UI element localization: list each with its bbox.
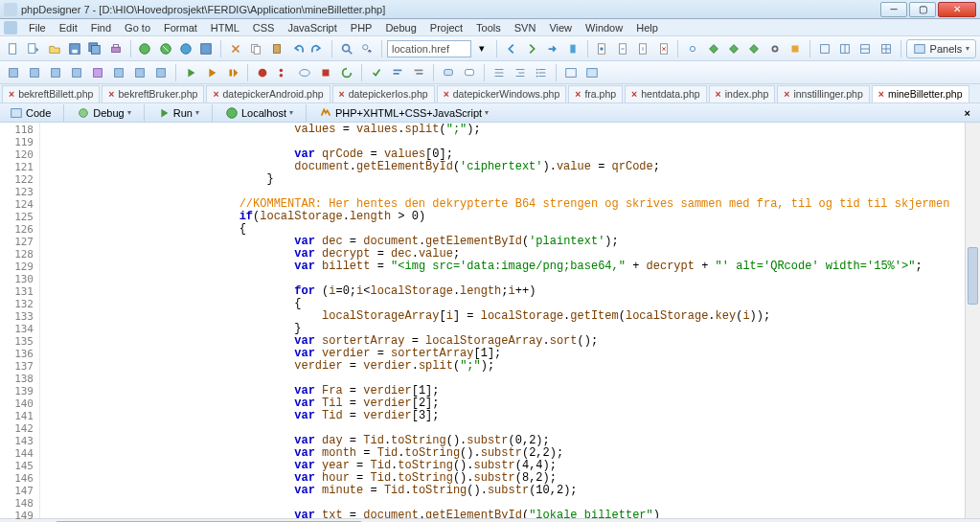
bookmark-next-button[interactable]: [634, 39, 652, 58]
close-icon[interactable]: ×: [444, 88, 449, 100]
app-menu-icon[interactable]: [4, 21, 17, 34]
menu-format[interactable]: Format: [158, 21, 203, 34]
link-button[interactable]: [683, 39, 701, 58]
paint-button[interactable]: [786, 39, 805, 58]
open-button[interactable]: [45, 39, 63, 58]
maximize-button[interactable]: ▢: [909, 2, 936, 17]
close-icon[interactable]: ×: [108, 88, 114, 100]
format-code-button[interactable]: [409, 63, 428, 82]
debug-step-button[interactable]: [223, 63, 242, 82]
syntax-mode-button[interactable]: PHP+XHTML+CSS+JavaScript▾: [313, 104, 494, 122]
tab-index[interactable]: ×index.php: [709, 85, 776, 102]
php-action-7[interactable]: [130, 63, 149, 82]
layout-3-button[interactable]: [856, 39, 875, 58]
panels-button[interactable]: Panels ▾: [906, 39, 977, 58]
close-icon[interactable]: ×: [339, 88, 345, 100]
debug-play-button[interactable]: [202, 63, 221, 82]
menu-window[interactable]: Window: [580, 21, 628, 34]
close-button[interactable]: ✕: [938, 2, 976, 17]
menu-php[interactable]: PHP: [345, 21, 378, 34]
nav-back-button[interactable]: [502, 39, 520, 58]
close-icon[interactable]: ×: [213, 88, 218, 100]
debug-view-button[interactable]: Debug▾: [71, 104, 136, 122]
js-button[interactable]: [745, 39, 763, 58]
menu-javascript[interactable]: JavaScript: [282, 21, 342, 34]
menu-help[interactable]: Help: [630, 21, 664, 34]
layout-4-button[interactable]: [877, 39, 895, 58]
bookmark-prev-button[interactable]: [613, 39, 631, 58]
tab-innstillinger[interactable]: ×innstillinger.php: [777, 85, 870, 102]
close-icon[interactable]: ×: [9, 88, 14, 100]
run-play-button[interactable]: [181, 63, 200, 82]
new-file-button[interactable]: [4, 39, 22, 58]
menu-file[interactable]: File: [23, 21, 52, 34]
find-next-button[interactable]: [358, 39, 376, 58]
php-action-3[interactable]: [46, 63, 65, 82]
php-action-8[interactable]: [151, 63, 171, 82]
tab-minebilletter[interactable]: ×mineBilletter.php: [872, 85, 969, 102]
tab-bekreftbruker[interactable]: ×bekreftBruker.php: [102, 85, 204, 102]
menu-svn[interactable]: SVN: [509, 21, 542, 34]
tab-datepickerwindows[interactable]: ×datepickerWindows.php: [437, 85, 567, 102]
fullscreen-button[interactable]: [582, 63, 602, 82]
paste-button[interactable]: [267, 39, 285, 58]
comment-button[interactable]: [439, 63, 458, 82]
print-button[interactable]: [106, 39, 125, 58]
copy-button[interactable]: [247, 39, 265, 58]
php-action-5[interactable]: [88, 63, 107, 82]
menu-tools[interactable]: Tools: [470, 21, 507, 34]
tab-datepickerios[interactable]: ×datepickerIos.php: [332, 85, 435, 102]
new-dropdown[interactable]: [24, 39, 42, 58]
menu-edit[interactable]: Edit: [54, 21, 83, 34]
layout-2-button[interactable]: [835, 39, 854, 58]
horizontal-scrollbar[interactable]: ◂ ▸: [0, 518, 980, 522]
scrollbar-thumb[interactable]: [968, 247, 978, 305]
code-area[interactable]: values = values.split(";"); var qrCode =…: [40, 123, 965, 518]
gear-button[interactable]: [765, 39, 784, 58]
close-panel-button[interactable]: ×: [959, 107, 976, 119]
layout-1-button[interactable]: [815, 39, 833, 58]
minimize-button[interactable]: ─: [880, 2, 907, 17]
tidy-button[interactable]: [388, 63, 407, 82]
menu-goto[interactable]: Go to: [119, 21, 156, 34]
find-button[interactable]: [337, 39, 355, 58]
save-web-button[interactable]: [197, 39, 216, 58]
list-view-button[interactable]: [532, 63, 551, 82]
menu-find[interactable]: Find: [85, 21, 117, 34]
url-input[interactable]: location.href: [387, 40, 471, 57]
validate-button[interactable]: [367, 63, 386, 82]
tab-bekreftbillett[interactable]: ×bekreftBillett.php: [2, 85, 100, 102]
save-all-button[interactable]: [86, 39, 104, 58]
php-action-4[interactable]: [67, 63, 86, 82]
outdent-button[interactable]: [511, 63, 530, 82]
undo-button[interactable]: [287, 39, 306, 58]
code-view-button[interactable]: Code: [4, 104, 57, 122]
php-action-1[interactable]: [4, 63, 23, 82]
tab-fra[interactable]: ×fra.php: [568, 85, 623, 102]
vertical-scrollbar[interactable]: [965, 123, 980, 518]
close-icon[interactable]: ×: [716, 88, 721, 100]
watch-button[interactable]: [295, 63, 314, 82]
url-dropdown[interactable]: ▾: [473, 39, 491, 58]
nav-in-button[interactable]: [543, 39, 561, 58]
save-button[interactable]: [65, 39, 83, 58]
breakpoint-list-button[interactable]: [274, 63, 293, 82]
php-action-6[interactable]: [109, 63, 128, 82]
menu-css[interactable]: CSS: [247, 21, 281, 34]
localhost-button[interactable]: Localhost▾: [219, 104, 299, 122]
close-icon[interactable]: ×: [784, 88, 789, 100]
wrap-button[interactable]: [561, 63, 581, 82]
globe-refresh-button[interactable]: [156, 39, 174, 58]
restart-button[interactable]: [337, 63, 356, 82]
run-view-button[interactable]: Run▾: [151, 104, 205, 122]
nav-bookmark-button[interactable]: [563, 39, 581, 58]
globe-button[interactable]: [136, 39, 154, 58]
bookmark-add-button[interactable]: [593, 39, 611, 58]
php-action-2[interactable]: [25, 63, 44, 82]
bookmark-clear-button[interactable]: [654, 39, 672, 58]
uncomment-button[interactable]: [460, 63, 479, 82]
menu-html[interactable]: HTML: [205, 21, 245, 34]
globe-alt-button[interactable]: [176, 39, 194, 58]
indent-button[interactable]: [490, 63, 509, 82]
close-icon[interactable]: ×: [631, 88, 637, 100]
